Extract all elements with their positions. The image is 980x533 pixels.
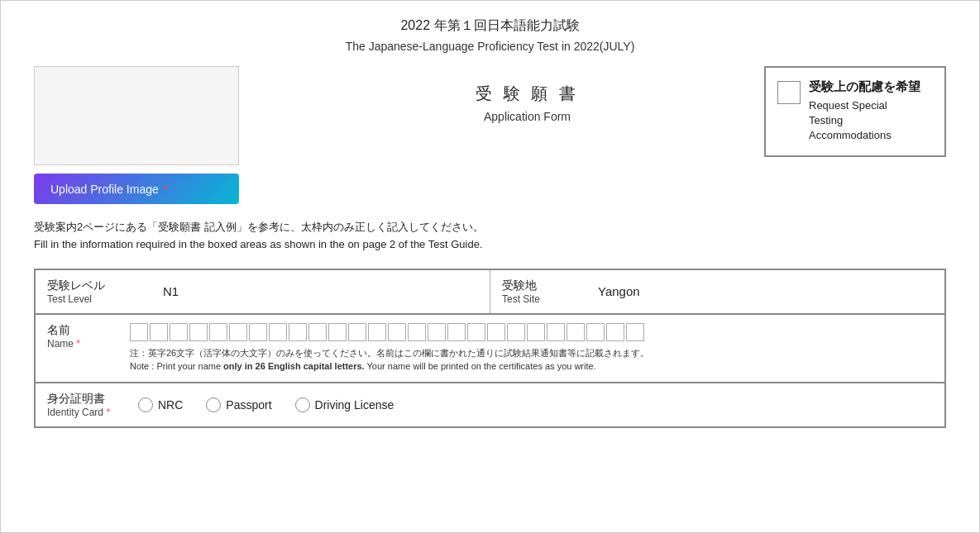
upload-required-marker: * <box>164 182 169 196</box>
name-char-box[interactable] <box>586 323 605 341</box>
id-card-cell: 身分証明書 Identity Card * NRCPassportDriving… <box>35 383 945 427</box>
name-char-box[interactable] <box>130 323 148 341</box>
name-char-box[interactable] <box>368 323 386 341</box>
radio-label: Driving License <box>315 398 394 412</box>
name-char-box[interactable] <box>209 323 227 341</box>
name-char-box[interactable] <box>289 323 307 341</box>
name-cell: 名前 Name * 注：英字26文字（活字体の大文字）のみを使ってください。名前… <box>35 314 945 383</box>
name-char-box[interactable] <box>606 323 624 341</box>
radio-label: Passport <box>226 398 271 412</box>
instructions: 受験案内2ページにある「受験願書 記入例」を参考に、太枠内のみ正しく記入してくだ… <box>34 219 946 254</box>
name-char-box[interactable] <box>527 323 545 341</box>
form-table: 受験レベル Test Level N1 受験地 Test Site Yangon <box>34 269 946 428</box>
test-level-cell: 受験レベル Test Level N1 <box>35 269 490 314</box>
test-site-label: 受験地 Test Site <box>502 278 540 305</box>
title-jp: 2022 年第１回日本語能力試験 <box>34 17 946 35</box>
name-required: * <box>76 338 80 350</box>
accommodations-checkbox[interactable] <box>777 81 801 104</box>
name-char-box[interactable] <box>408 323 426 341</box>
name-char-box[interactable] <box>328 323 347 341</box>
name-char-box[interactable] <box>249 323 267 341</box>
name-row: 名前 Name * 注：英字26文字（活字体の大文字）のみを使ってください。名前… <box>35 314 945 383</box>
name-char-box[interactable] <box>269 323 287 341</box>
name-char-boxes <box>130 323 933 341</box>
name-char-box[interactable] <box>428 323 446 341</box>
id-card-options: NRCPassportDriving License <box>138 397 394 412</box>
name-char-box[interactable] <box>150 323 168 341</box>
name-note: 注：英字26文字（活字体の大文字）のみを使ってください。名前はこの欄に書かれた通… <box>130 346 933 374</box>
header: 2022 年第１回日本語能力試験 The Japanese-Language P… <box>34 17 946 53</box>
page: 2022 年第１回日本語能力試験 The Japanese-Language P… <box>0 0 980 533</box>
name-char-box[interactable] <box>308 323 327 341</box>
name-char-box[interactable] <box>447 323 466 341</box>
name-char-box[interactable] <box>388 323 406 341</box>
accommodations-text: 受験上の配慮を希望 Request Special Testing Accomm… <box>809 79 920 144</box>
test-site-cell: 受験地 Test Site Yangon <box>490 269 946 314</box>
radio-circle <box>138 397 153 412</box>
id-card-row: 身分証明書 Identity Card * NRCPassportDriving… <box>35 383 945 427</box>
id-card-label: 身分証明書 Identity Card * <box>47 392 113 418</box>
radio-circle <box>295 397 310 412</box>
name-char-box[interactable] <box>189 323 208 341</box>
accommodations-jp: 受験上の配慮を希望 <box>809 79 920 95</box>
name-input-area: 注：英字26文字（活字体の大文字）のみを使ってください。名前はこの欄に書かれた通… <box>130 323 933 374</box>
photo-box <box>34 66 239 165</box>
upload-button-label: Upload Profile Image <box>50 183 159 196</box>
instruction-line1: 受験案内2ページにある「受験願書 記入例」を参考に、太枠内のみ正しく記入してくだ… <box>34 219 946 236</box>
left-col: Upload Profile Image * <box>34 66 290 204</box>
id-card-option[interactable]: Passport <box>206 397 271 412</box>
name-char-box[interactable] <box>348 323 366 341</box>
radio-label: NRC <box>158 398 183 412</box>
center-col: 受 験 願 書 Application Form <box>290 66 764 123</box>
test-site-value: Yangon <box>598 284 640 298</box>
test-level-value: N1 <box>163 284 179 298</box>
test-level-label: 受験レベル Test Level <box>47 278 105 305</box>
radio-circle <box>206 397 221 412</box>
id-required: * <box>106 407 110 418</box>
accommodations-en: Request Special Testing Accommodations <box>809 98 920 144</box>
name-char-box[interactable] <box>487 323 505 341</box>
id-card-option[interactable]: NRC <box>138 397 183 412</box>
top-section: Upload Profile Image * 受 験 願 書 Applicati… <box>34 66 946 204</box>
name-char-box[interactable] <box>626 323 644 341</box>
name-char-box[interactable] <box>566 323 585 341</box>
name-char-box[interactable] <box>170 323 188 341</box>
title-en: The Japanese-Language Proficiency Test i… <box>34 40 946 53</box>
app-form-en: Application Form <box>484 110 571 123</box>
instruction-line2: Fill in the information required in the … <box>34 236 946 254</box>
id-card-option[interactable]: Driving License <box>295 397 394 412</box>
name-char-box[interactable] <box>229 323 247 341</box>
name-char-box[interactable] <box>507 323 525 341</box>
name-label: 名前 Name * <box>47 323 113 350</box>
test-level-row: 受験レベル Test Level N1 受験地 Test Site Yangon <box>35 269 945 314</box>
name-char-box[interactable] <box>547 323 565 341</box>
accommodations-box: 受験上の配慮を希望 Request Special Testing Accomm… <box>764 66 946 157</box>
upload-profile-image-button[interactable]: Upload Profile Image * <box>34 174 239 204</box>
name-char-box[interactable] <box>467 323 485 341</box>
app-form-jp: 受 験 願 書 <box>476 83 579 105</box>
